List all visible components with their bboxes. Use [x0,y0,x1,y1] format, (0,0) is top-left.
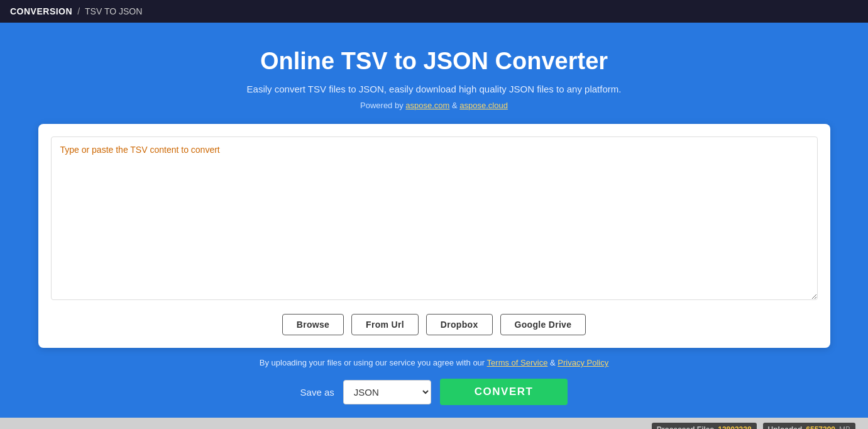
google-drive-button[interactable]: Google Drive [500,314,586,335]
terms-row: By uploading your files or using our ser… [260,358,608,367]
tsv-input[interactable] [51,136,818,300]
converter-card: Browse From Url Dropbox Google Drive [38,124,830,348]
topbar: CONVERSION / TSV TO JSON [0,0,868,23]
breadcrumb-current-page: TSV TO JSON [85,6,142,16]
browse-button[interactable]: Browse [282,314,344,335]
powered-by-amp: & [452,101,458,110]
aspose-com-link[interactable]: aspose.com [405,101,449,110]
powered-by-prefix: Powered by [360,101,404,110]
dropbox-button[interactable]: Dropbox [426,314,493,335]
terms-prefix: By uploading your files or using our ser… [260,358,485,367]
uploaded-badge: Uploaded 6557399 MB [763,423,855,429]
breadcrumb-separator: / [77,6,80,16]
processed-value: 13803338 [718,425,751,429]
uploaded-unit: MB [839,425,850,429]
terms-amp: & [550,358,556,367]
uploaded-label: Uploaded [768,425,803,429]
processed-files-badge: Processed Files 13803338 [652,423,757,429]
page-subtitle: Easily convert TSV files to JSON, easily… [247,84,622,94]
upload-buttons-row: Browse From Url Dropbox Google Drive [51,314,818,335]
page-title: Online TSV to JSON Converter [260,48,608,75]
privacy-link[interactable]: Privacy Policy [558,358,608,367]
convert-button[interactable]: CONVERT [440,379,568,405]
aspose-cloud-link[interactable]: aspose.cloud [459,101,508,110]
footer-bar: Processed Files 13803338 Uploaded 655739… [0,418,868,429]
uploaded-value: 6557399 [806,425,835,429]
breadcrumb-conversion[interactable]: CONVERSION [10,6,72,16]
tos-link[interactable]: Terms of Service [487,358,548,367]
from-url-button[interactable]: From Url [351,314,419,335]
powered-by: Powered by aspose.com & aspose.cloud [360,101,508,110]
processed-label: Processed Files [657,425,714,429]
format-select[interactable]: JSON CSV XML XLSX [343,380,431,404]
save-as-label: Save as [300,387,334,398]
save-as-row: Save as JSON CSV XML XLSX CONVERT [300,379,568,405]
main-content: Online TSV to JSON Converter Easily conv… [0,23,868,418]
